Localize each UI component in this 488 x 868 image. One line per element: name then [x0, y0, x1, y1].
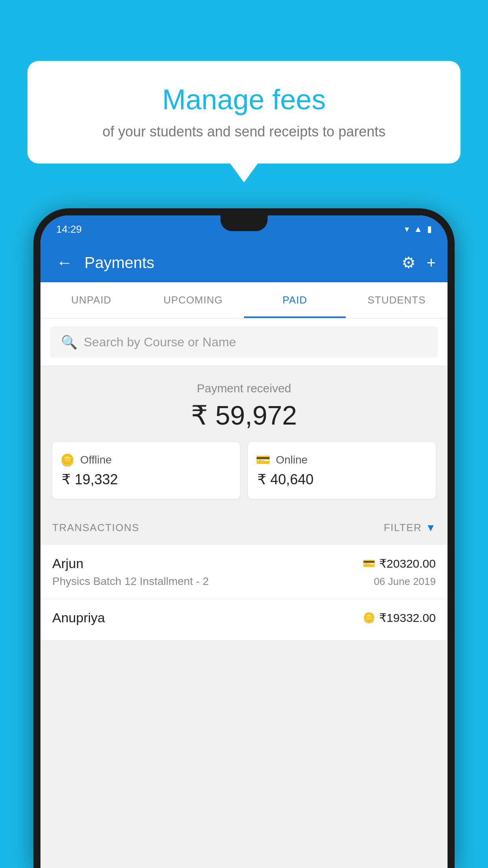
phone-frame: 14:29 ▾ ▲ ▮ ← Payments ⚙ + UNPAID UPCOMI…: [33, 208, 455, 868]
search-input[interactable]: Search by Course or Name: [84, 335, 236, 349]
status-icons: ▾ ▲ ▮: [405, 224, 432, 234]
notch: [220, 215, 268, 231]
course-info: Physics Batch 12 Installment - 2: [52, 575, 209, 588]
bubble-subtitle: of your students and send receipts to pa…: [51, 123, 437, 140]
online-label: Online: [276, 454, 308, 466]
offline-icon: 🪙: [60, 453, 75, 467]
status-time: 14:29: [56, 223, 82, 235]
speech-bubble: Manage fees of your students and send re…: [28, 61, 460, 164]
online-payment-icon: 💳: [363, 557, 375, 570]
app-bar-actions: ⚙ +: [402, 254, 436, 272]
student-name: Arjun: [52, 556, 83, 571]
search-bar[interactable]: 🔍 Search by Course or Name: [50, 326, 438, 358]
search-icon: 🔍: [61, 334, 77, 350]
transaction-list: Arjun 💳 ₹20320.00 Physics Batch 12 Insta…: [40, 545, 448, 641]
payment-received-label: Payment received: [52, 382, 436, 395]
tab-students[interactable]: STUDENTS: [346, 282, 448, 318]
search-container: 🔍 Search by Course or Name: [40, 318, 448, 366]
transaction-date: 06 June 2019: [374, 576, 436, 588]
payment-cards: 🪙 Offline ₹ 19,332 💳 Online ₹ 40,640: [52, 442, 436, 499]
tab-bar: UNPAID UPCOMING PAID STUDENTS: [40, 282, 448, 318]
filter-container[interactable]: FILTER ▼: [384, 522, 436, 534]
status-bar: 14:29 ▾ ▲ ▮: [40, 215, 448, 243]
payment-total-amount: ₹ 59,972: [52, 400, 436, 431]
back-button[interactable]: ←: [52, 249, 77, 276]
student-name: Anupriya: [52, 610, 105, 625]
settings-icon[interactable]: ⚙: [402, 254, 416, 272]
bubble-title: Manage fees: [51, 83, 437, 116]
table-row[interactable]: Arjun 💳 ₹20320.00 Physics Batch 12 Insta…: [40, 545, 448, 599]
add-icon[interactable]: +: [427, 254, 436, 272]
offline-amount: ₹ 19,332: [60, 471, 232, 488]
offline-payment-card: 🪙 Offline ₹ 19,332: [52, 442, 240, 499]
transactions-label: TRANSACTIONS: [52, 522, 139, 534]
phone-screen: 14:29 ▾ ▲ ▮ ← Payments ⚙ + UNPAID UPCOMI…: [40, 215, 448, 868]
transactions-header: TRANSACTIONS FILTER ▼: [40, 511, 448, 545]
offline-label: Offline: [80, 454, 112, 466]
signal-icon: ▲: [414, 224, 422, 234]
tab-unpaid[interactable]: UNPAID: [40, 282, 142, 318]
online-amount: ₹ 40,640: [256, 471, 428, 488]
transaction-amount: ₹20320.00: [379, 557, 436, 570]
tab-paid[interactable]: PAID: [244, 282, 346, 318]
table-row[interactable]: Anupriya 🪙 ₹19332.00: [40, 599, 448, 641]
filter-label: FILTER: [384, 522, 422, 534]
payment-summary: Payment received ₹ 59,972 🪙 Offline ₹ 19…: [40, 366, 448, 511]
wifi-icon: ▾: [405, 224, 409, 234]
app-bar: ← Payments ⚙ +: [40, 243, 448, 282]
battery-icon: ▮: [427, 224, 432, 234]
online-icon: 💳: [256, 453, 270, 467]
page-title: Payments: [84, 254, 394, 272]
filter-icon: ▼: [426, 522, 436, 534]
online-payment-card: 💳 Online ₹ 40,640: [248, 442, 436, 499]
tab-upcoming[interactable]: UPCOMING: [142, 282, 244, 318]
transaction-amount: ₹19332.00: [379, 611, 436, 625]
offline-payment-icon: 🪙: [363, 612, 375, 624]
